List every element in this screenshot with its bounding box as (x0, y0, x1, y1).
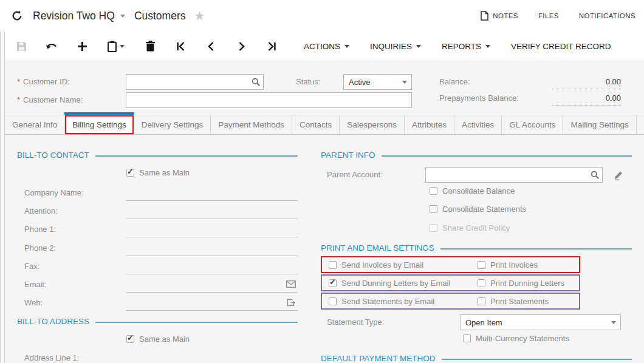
clipboard-icon (108, 41, 117, 52)
external-link-icon[interactable] (287, 299, 296, 307)
print-invoices-checkbox[interactable]: Print Invoices (478, 259, 538, 270)
phone1-row: Phone 1: (17, 222, 298, 237)
reports-menu[interactable]: REPORTS (442, 42, 490, 51)
checkbox[interactable] (430, 205, 437, 213)
tab-salespersons[interactable]: Salespersons (340, 115, 405, 134)
last-record-icon (267, 42, 276, 51)
plus-icon (77, 41, 87, 52)
checkbox[interactable] (329, 279, 337, 287)
previous-record-icon (207, 42, 216, 51)
reports-menu-label: REPORTS (442, 42, 481, 51)
notes-button[interactable]: NOTES (481, 11, 518, 21)
tab-delivery-settings[interactable]: Delivery Settings (134, 115, 211, 134)
checkbox[interactable] (329, 297, 337, 305)
checkbox[interactable] (430, 224, 437, 232)
section-rule (95, 322, 298, 323)
send-dunning-letters-by-email-checkbox[interactable]: Send Dunning Letters by Email (329, 277, 450, 288)
customer-name-input[interactable] (126, 93, 411, 107)
bill-to-contact-same-as-main-checkbox[interactable]: Same as Main (126, 167, 190, 178)
tab-attributes[interactable]: Attributes (405, 115, 454, 134)
status-label: Status: (296, 74, 320, 90)
edit-pencil-icon[interactable] (614, 170, 624, 180)
checkbox[interactable] (126, 335, 134, 343)
notifications-button[interactable]: NOTIFICATIONS (579, 12, 635, 19)
statement-type-select[interactable]: Open Item (460, 314, 621, 330)
email-input[interactable] (126, 277, 298, 293)
checkbox[interactable] (126, 169, 134, 177)
tab-payment-methods[interactable]: Payment Methods (211, 115, 292, 134)
clipboard-button[interactable] (106, 41, 126, 52)
tab-general-info[interactable]: General Info (4, 115, 65, 134)
company-caret-icon[interactable] (120, 15, 125, 18)
checkbox[interactable] (478, 279, 485, 287)
undo-button[interactable] (45, 42, 58, 51)
parent-info-section-title: PARENT INFO (321, 150, 632, 160)
status-select[interactable]: Active (343, 74, 412, 90)
consolidate-balance-checkbox[interactable]: Consolidate Balance (430, 185, 515, 196)
envelope-icon[interactable] (286, 280, 296, 288)
inquiries-menu-label: INQUIRIES (370, 42, 412, 51)
delete-button[interactable] (143, 41, 157, 52)
send-statements-by-email-checkbox[interactable]: Send Statements by Email (329, 296, 434, 307)
checkbox[interactable] (463, 334, 471, 342)
company-name-input[interactable] (126, 185, 298, 201)
tab-activities[interactable]: Activities (454, 115, 502, 134)
tab-mailing-settings[interactable]: Mailing Settings (563, 115, 636, 134)
send-invoices-by-email-checkbox[interactable]: Send Invoices by Email (329, 259, 423, 270)
fax-row: Fax: (17, 259, 298, 274)
phone1-label: Phone 1: (24, 222, 56, 237)
tab-contacts[interactable]: Contacts (292, 115, 340, 134)
phone1-input[interactable] (126, 222, 298, 237)
bill-to-address-same-as-main-checkbox[interactable]: Same as Main (126, 333, 190, 344)
checkbox[interactable] (329, 261, 337, 269)
fax-input[interactable] (126, 259, 298, 274)
prepayments-balance-label: Prepayments Balance: (439, 90, 519, 106)
undo-icon (46, 42, 58, 51)
consolidate-statements-label: Consolidate Statements (442, 205, 526, 214)
checkbox[interactable] (430, 187, 437, 195)
actions-menu-label: ACTIONS (304, 42, 340, 51)
actions-menu[interactable]: ACTIONS (304, 42, 349, 51)
go-previous-button[interactable] (204, 42, 218, 51)
save-button[interactable] (15, 41, 28, 52)
tab-gl-accounts[interactable]: GL Accounts (502, 115, 563, 134)
statement-type-caret-icon (611, 321, 616, 324)
customer-id-input[interactable] (126, 75, 263, 89)
status-value: Active (349, 78, 370, 87)
checkbox[interactable] (478, 261, 485, 269)
attention-label: Attention: (24, 203, 58, 219)
consolidate-statements-checkbox[interactable]: Consolidate Statements (430, 203, 526, 214)
summary-form: *Customer ID: *Customer Name: Status: Ac… (0, 61, 644, 115)
search-icon[interactable] (591, 171, 599, 179)
go-next-button[interactable] (235, 42, 248, 51)
tab-billing-settings[interactable]: Billing Settings (65, 115, 134, 134)
go-last-button[interactable] (265, 42, 278, 51)
parent-account-input[interactable] (426, 168, 602, 182)
web-label: Web: (24, 295, 43, 311)
consolidate-balance-label: Consolidate Balance (442, 186, 515, 195)
web-input[interactable] (126, 295, 298, 311)
section-rule (382, 155, 632, 157)
address-line1-input[interactable] (126, 350, 298, 363)
share-credit-policy-checkbox[interactable]: Share Credit Policy (430, 222, 510, 233)
company-name[interactable]: Revision Two HQ (33, 10, 115, 22)
attention-input[interactable] (126, 203, 298, 219)
tab-sim[interactable]: SIM C (637, 115, 644, 134)
refresh-icon[interactable] (11, 10, 23, 22)
balance-value: 0.00 (552, 74, 621, 89)
go-first-button[interactable] (174, 42, 187, 51)
phone2-input[interactable] (126, 240, 298, 256)
checkbox[interactable] (478, 297, 485, 305)
print-dunning-letters-checkbox[interactable]: Print Dunning Letters (478, 277, 564, 288)
favorite-star-icon[interactable]: ★ (194, 10, 205, 22)
add-record-button[interactable] (75, 41, 89, 52)
multi-currency-statements-checkbox[interactable]: Multi-Currency Statements (463, 333, 569, 344)
files-button[interactable]: FILES (538, 12, 559, 19)
search-icon[interactable] (252, 78, 260, 86)
tab-bar: General Info Billing Settings Delivery S… (0, 115, 644, 135)
verify-credit-record-button[interactable]: VERIFY CREDIT RECORD (511, 42, 611, 51)
side-panel-splitter[interactable] (0, 32, 5, 363)
next-record-icon (237, 42, 246, 51)
print-statements-checkbox[interactable]: Print Statements (478, 296, 549, 307)
inquiries-menu[interactable]: INQUIRIES (370, 42, 421, 51)
